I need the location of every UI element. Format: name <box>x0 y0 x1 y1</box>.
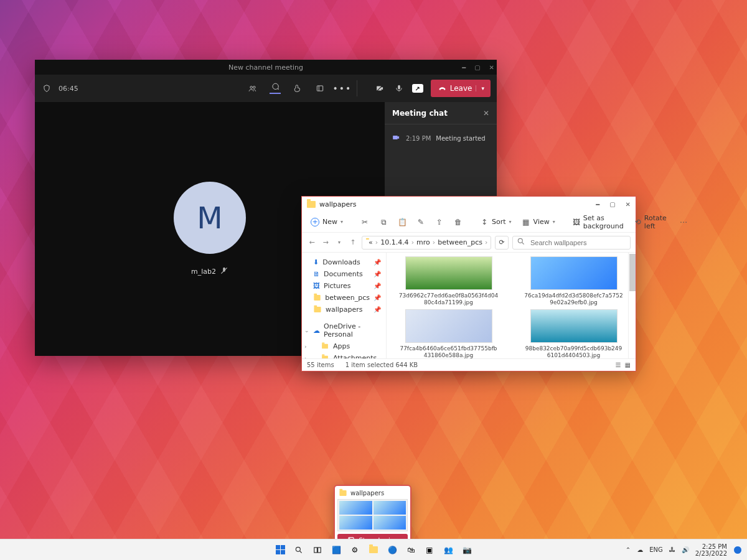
volume-tray-icon[interactable]: 🔊 <box>682 546 689 553</box>
clock-time: 2:25 PM <box>702 543 727 550</box>
more-icon[interactable]: ••• <box>337 83 348 94</box>
back-button[interactable]: ← <box>307 238 317 246</box>
share-button[interactable]: ⇪ <box>431 215 448 229</box>
icons-view-icon[interactable]: ▦ <box>625 362 631 368</box>
reactions-icon[interactable] <box>292 83 303 94</box>
close-icon[interactable]: ✕ <box>626 201 631 208</box>
view-button[interactable]: ▦ View ▾ <box>518 215 559 229</box>
search-box[interactable] <box>512 236 631 250</box>
copy-button[interactable]: ⧉ <box>375 215 392 229</box>
people-icon[interactable] <box>247 83 258 94</box>
new-button[interactable]: + New ▾ <box>307 215 347 229</box>
store-taskbar-icon[interactable]: 🛍 <box>404 543 418 557</box>
folder-icon <box>322 356 328 358</box>
chevron-down-icon[interactable]: ▾ <box>334 240 344 245</box>
minimize-icon[interactable]: ━ <box>596 201 599 208</box>
task-view-button[interactable] <box>311 543 324 557</box>
sidebar-item-pictures[interactable]: 🖼 Pictures 📌 <box>302 280 386 292</box>
minimize-icon[interactable]: ━ <box>462 64 466 71</box>
scrollbar[interactable] <box>628 253 636 358</box>
file-item[interactable]: 77fca4b6460a6ce651fbd37755bfb431860e588a… <box>395 309 502 359</box>
chevron-right-icon[interactable]: › <box>304 343 307 350</box>
breadcrumb-segment[interactable]: between_pcs <box>438 238 482 246</box>
folder-icon <box>314 295 321 301</box>
share-screen-icon[interactable]: ↗ <box>412 83 423 94</box>
maximize-icon[interactable]: ▢ <box>474 64 480 71</box>
refresh-button[interactable]: ⟳ <box>495 236 509 250</box>
file-name: 98be832ceb70a99fd5cdb693b2496101d4404503… <box>524 345 624 359</box>
widgets-button[interactable]: 🟦 <box>329 543 343 557</box>
delete-button[interactable]: 🗑 <box>450 215 466 229</box>
teams-taskbar-icon[interactable]: 👥 <box>441 543 455 557</box>
teams-toolbar: 06:45 ••• ↗ <box>35 75 497 102</box>
cloud-icon: ☁ <box>313 327 320 335</box>
language-indicator[interactable]: ENG <box>649 546 663 553</box>
maximize-icon[interactable]: ▢ <box>609 201 615 208</box>
cut-button[interactable]: ✂ <box>357 215 373 229</box>
notification-badge[interactable] <box>733 546 742 554</box>
chevron-down-icon[interactable]: ⌄ <box>304 327 309 334</box>
chevron-down-icon[interactable]: ▾ <box>476 85 484 91</box>
rotate-button[interactable]: ⟲ Rotate left <box>631 212 673 233</box>
more-icon: ⋯ <box>679 218 688 226</box>
sidebar-item-wallpapers[interactable]: wallpapers 📌 <box>302 304 386 315</box>
paste-button[interactable]: 📋 <box>394 215 410 229</box>
camera-taskbar-icon[interactable]: 📷 <box>460 543 474 557</box>
sidebar-item-downloads[interactable]: ⬇ Downloads 📌 <box>302 256 386 268</box>
details-view-icon[interactable]: ☰ <box>616 362 621 368</box>
breadcrumb[interactable]: «› 10.1.4.4› mro› between_pcs› wallpaper… <box>362 236 491 250</box>
chevron-right-icon[interactable]: › <box>304 355 307 359</box>
file-item[interactable]: 98be832ceb70a99fd5cdb693b2496101d4404503… <box>520 309 627 359</box>
explorer-taskbar-icon[interactable] <box>367 543 380 557</box>
file-item[interactable]: 76ca19da4dfd2d3d5808efc7a57529e02a29efb0… <box>520 256 627 307</box>
camera-off-icon[interactable] <box>375 83 386 94</box>
onedrive-tray-icon[interactable]: ☁ <box>637 546 643 553</box>
network-tray-icon[interactable]: 🖧 <box>669 546 675 553</box>
breadcrumb-segment[interactable]: « <box>369 238 373 246</box>
explorer-statusbar: 55 items 1 item selected 644 KB ☰ ▦ <box>302 358 636 371</box>
breadcrumb-segment[interactable]: mro <box>416 238 430 246</box>
leave-button[interactable]: Leave ▾ <box>431 80 491 97</box>
pin-icon: 📌 <box>374 282 381 289</box>
forward-button[interactable]: → <box>321 238 331 246</box>
sidebar-item-apps[interactable]: › Apps <box>302 340 386 352</box>
thumbnail <box>405 309 492 343</box>
sidebar-item-documents[interactable]: 🗎 Documents 📌 <box>302 268 386 280</box>
edge-taskbar-icon[interactable]: 🔵 <box>385 543 399 557</box>
sidebar-item-onedrive[interactable]: ⌄ ☁ OneDrive - Personal <box>302 320 386 340</box>
chat-icon[interactable] <box>270 83 281 94</box>
chevron-down-icon: ▾ <box>341 219 343 225</box>
svg-point-11 <box>296 547 300 551</box>
download-icon: ⬇ <box>313 258 319 266</box>
breadcrumb-segment[interactable]: wallpapers <box>490 238 491 246</box>
participant-name: m_lab2 <box>191 268 216 276</box>
teams-titlebar[interactable]: New channel meeting ━ ▢ ✕ <box>35 60 497 75</box>
terminal-taskbar-icon[interactable]: ▣ <box>423 543 436 557</box>
mic-icon[interactable] <box>393 83 405 94</box>
svg-point-0 <box>250 86 253 89</box>
file-item[interactable]: 73d6962c77edd6ae0f8a0563f4d0480c4da71199… <box>395 256 502 307</box>
rooms-icon[interactable] <box>314 83 326 94</box>
more-button[interactable]: ⋯ <box>675 215 692 229</box>
close-icon[interactable]: ✕ <box>489 64 494 71</box>
set-background-button[interactable]: 🖼 Set as background <box>569 212 629 233</box>
sidebar-label: Apps <box>333 342 350 350</box>
close-chat-icon[interactable]: ✕ <box>483 109 489 118</box>
tray-chevron-icon[interactable]: ⌃ <box>626 546 631 553</box>
sort-button[interactable]: ↕ Sort ▾ <box>476 215 515 229</box>
search-input[interactable] <box>529 238 626 247</box>
up-button[interactable]: ↑ <box>348 238 358 246</box>
explorer-titlebar[interactable]: wallpapers ━ ▢ ✕ <box>302 197 636 212</box>
breadcrumb-segment[interactable]: 10.1.4.4 <box>380 238 408 246</box>
new-label: New <box>322 218 337 226</box>
clock[interactable]: 2:25 PM 2/23/2022 <box>695 543 727 557</box>
chat-event: 2:19 PM Meeting started <box>392 133 489 143</box>
sidebar-item-between-pcs[interactable]: between_pcs 📌 <box>302 292 386 304</box>
sidebar-item-attachments[interactable]: › Attachments <box>302 352 386 358</box>
rename-button[interactable]: ✎ <box>413 215 429 229</box>
start-button[interactable] <box>273 543 287 557</box>
search-button[interactable] <box>292 543 306 557</box>
explorer-file-grid[interactable]: 73d6962c77edd6ae0f8a0563f4d0480c4da71199… <box>387 253 636 358</box>
shield-icon[interactable] <box>41 83 52 94</box>
settings-button[interactable]: ⚙ <box>348 543 362 557</box>
